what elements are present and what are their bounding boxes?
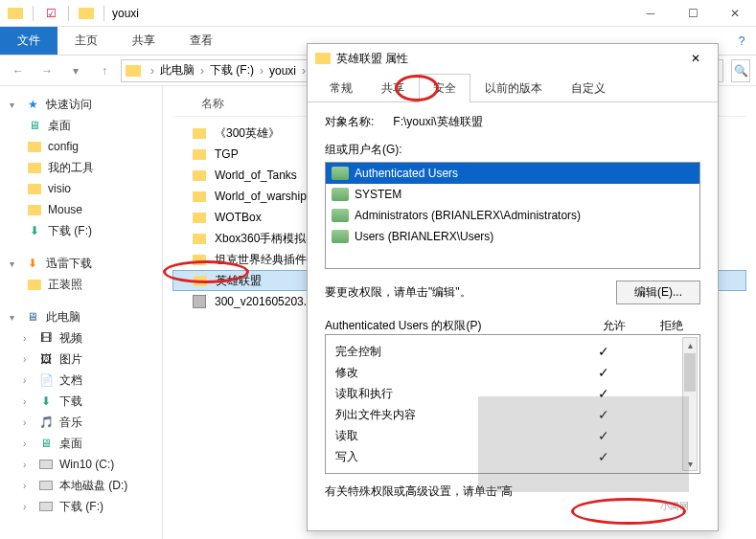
nav-label: 音乐 [59, 415, 82, 431]
help-icon[interactable]: ? [727, 27, 756, 55]
edit-hint: 要更改权限，请单击"编辑"。 [325, 284, 605, 301]
nav-label: 下载 [59, 393, 82, 410]
perm-name: 写入 [335, 449, 575, 465]
forward-button[interactable]: → [34, 59, 59, 82]
chevron-right-icon[interactable]: › [260, 64, 263, 78]
object-name-value: F:\youxi\英雄联盟 [393, 114, 482, 130]
crumb-folder[interactable]: youxi [269, 64, 296, 78]
nav-label: 本地磁盘 (D:) [59, 478, 127, 494]
object-name-label: 对象名称: [325, 114, 374, 130]
close-button[interactable]: ✕ [714, 0, 756, 27]
nav-item-drive-f[interactable]: ›下载 (F:) [0, 496, 162, 517]
crumb-drive[interactable]: 下载 (F:) [210, 62, 254, 79]
scrollbar[interactable]: ▴ ▾ [682, 337, 698, 471]
perm-row: 列出文件夹内容✓ [335, 404, 690, 425]
nav-item-visio[interactable]: visio [0, 178, 162, 199]
dialog-close-button[interactable]: ✕ [681, 44, 710, 73]
perm-row: 修改✓ [335, 362, 690, 383]
nav-label: 此电脑 [46, 309, 80, 326]
check-icon: ✓ [575, 428, 632, 443]
dialog-tabs: 常规 共享 安全 以前的版本 自定义 [308, 73, 718, 102]
chevron-right-icon[interactable]: › [200, 64, 204, 78]
nav-item-desktop[interactable]: 🖥桌面 [0, 115, 162, 136]
scroll-up-icon[interactable]: ▴ [683, 338, 697, 351]
nav-item-downloads-f[interactable]: ⬇下载 (F:) [0, 220, 162, 241]
file-name: 300_v201605203.zip [215, 295, 321, 308]
nav-item-documents[interactable]: ›📄文档 [0, 370, 162, 391]
nav-item-videos[interactable]: ›🎞视频 [0, 327, 162, 348]
nav-label: 我的工具 [48, 160, 94, 176]
separator [103, 6, 104, 21]
check-icon: ✓ [575, 407, 632, 422]
nav-item-downloads[interactable]: ›⬇下载 [0, 391, 162, 412]
nav-label: 文档 [59, 372, 82, 389]
nav-xunlei[interactable]: ▾⬇迅雷下载 [0, 253, 162, 274]
nav-label: config [48, 140, 79, 153]
user-row[interactable]: Users (BRIANLERX\Users) [326, 226, 699, 247]
nav-label: 下载 (F:) [48, 223, 92, 239]
users-listbox[interactable]: Authenticated Users SYSTEM Administrator… [325, 162, 700, 269]
tab-sharing[interactable]: 共享 [367, 74, 419, 102]
nav-item-drive-d[interactable]: ›本地磁盘 (D:) [0, 475, 162, 496]
separator [68, 6, 69, 21]
tab-security[interactable]: 安全 [419, 74, 470, 102]
nav-item-photo[interactable]: 正装照 [0, 274, 162, 295]
user-name: SYSTEM [355, 188, 401, 201]
folder-icon [6, 4, 25, 23]
users-icon [332, 209, 349, 222]
perm-row: 完全控制✓ [335, 341, 690, 362]
edit-button[interactable]: 编辑(E)... [616, 281, 700, 304]
search-input[interactable]: 🔍 [731, 59, 750, 82]
nav-item-music[interactable]: ›🎵音乐 [0, 412, 162, 433]
check-icon: ✓ [575, 344, 632, 359]
ribbon-file-tab[interactable]: 文件 [0, 27, 57, 55]
minimize-button[interactable]: ─ [630, 0, 672, 27]
nav-label: 正装照 [48, 277, 82, 293]
qat-check-icon[interactable]: ☑ [41, 4, 60, 23]
user-row[interactable]: SYSTEM [326, 184, 699, 205]
user-name: Authenticated Users [355, 167, 458, 180]
dialog-titlebar[interactable]: 英雄联盟 属性 ✕ [308, 44, 718, 73]
ribbon-tab-share[interactable]: 共享 [115, 27, 172, 55]
perm-name: 完全控制 [335, 344, 575, 360]
tab-customize[interactable]: 自定义 [557, 74, 620, 102]
nav-item-drive-c[interactable]: ›Win10 (C:) [0, 454, 162, 475]
ribbon-tab-home[interactable]: 主页 [57, 27, 115, 55]
tab-general[interactable]: 常规 [315, 74, 367, 102]
recent-dropdown[interactable]: ▾ [63, 59, 88, 82]
crumb-thispc[interactable]: 此电脑 [160, 62, 195, 79]
folder-icon [77, 4, 96, 23]
perm-name: 读取和执行 [335, 386, 575, 402]
user-row-selected[interactable]: Authenticated Users [326, 163, 699, 184]
nav-item-pictures[interactable]: ›🖼图片 [0, 348, 162, 370]
maximize-button[interactable]: ☐ [672, 0, 714, 27]
perm-row: 读取✓ [335, 425, 690, 446]
window-titlebar: ☑ youxi ─ ☐ ✕ [0, 0, 756, 27]
nav-thispc[interactable]: ▾🖥此电脑 [0, 306, 162, 327]
window-title: youxi [112, 7, 139, 20]
advanced-hint: 有关特殊权限或高级设置，请单击"高 [325, 483, 513, 500]
nav-quick-access[interactable]: ▾★快速访问 [0, 94, 162, 115]
nav-label: 桌面 [59, 436, 82, 452]
separator [33, 6, 34, 21]
permissions-listbox: 完全控制✓ 修改✓ 读取和执行✓ 列出文件夹内容✓ 读取✓ 写入✓ ▴ ▾ [325, 334, 700, 474]
nav-item-config[interactable]: config [0, 136, 162, 157]
tab-previous[interactable]: 以前的版本 [470, 74, 557, 102]
perm-row: 写入✓ [335, 446, 690, 467]
nav-item-desktop2[interactable]: ›🖥桌面 [0, 433, 162, 454]
deny-header: 拒绝 [643, 318, 700, 334]
allow-header: 允许 [585, 318, 643, 334]
chevron-right-icon[interactable]: › [150, 64, 154, 78]
nav-item-tools[interactable]: 我的工具 [0, 157, 162, 178]
scroll-thumb[interactable] [684, 353, 696, 392]
nav-item-mouse[interactable]: Mouse [0, 199, 162, 220]
perm-name: 列出文件夹内容 [335, 407, 575, 423]
user-name: Administrators (BRIANLERX\Administrators… [355, 209, 581, 222]
chevron-right-icon[interactable]: › [302, 64, 306, 78]
scroll-down-icon[interactable]: ▾ [683, 457, 697, 470]
up-button[interactable]: ↑ [92, 59, 117, 82]
ribbon-tab-view[interactable]: 查看 [172, 27, 230, 55]
user-row[interactable]: Administrators (BRIANLERX\Administrators… [326, 205, 699, 226]
back-button[interactable]: ← [6, 59, 31, 82]
nav-label: 下载 (F:) [59, 499, 103, 515]
